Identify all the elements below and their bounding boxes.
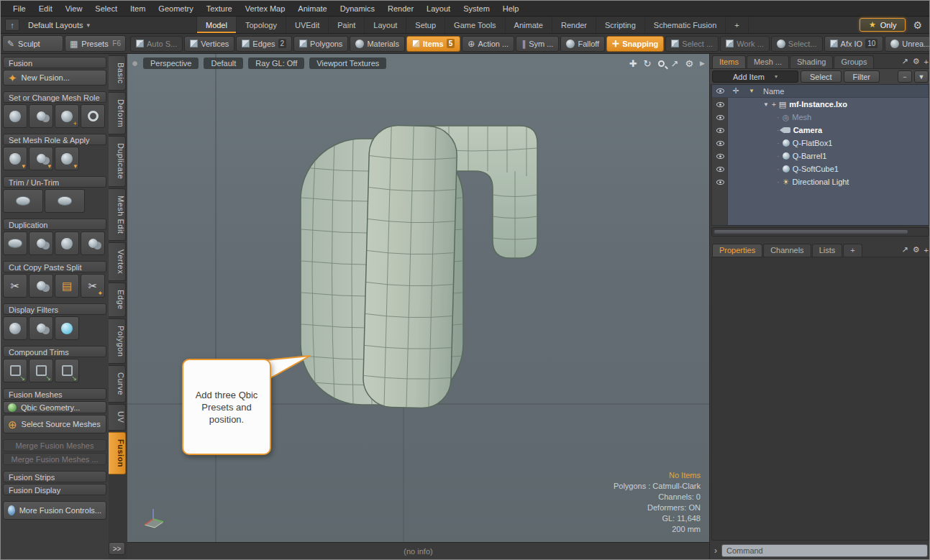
merge-fusion-meshes-button[interactable]: Merge Fusion Meshes	[3, 439, 106, 451]
tab-work-plane[interactable]: Work ...	[720, 36, 770, 52]
add-item-dropdown[interactable]: Add Item ▾	[712, 70, 798, 83]
filter-button[interactable]: Filter	[844, 70, 880, 83]
trim-button[interactable]	[3, 189, 43, 213]
tab-vertices[interactable]: Vertices	[184, 36, 234, 52]
tab-scripting[interactable]: Scripting	[596, 17, 644, 33]
table-row-camera[interactable]: · Camera	[712, 124, 929, 137]
compound-b-button[interactable]: ↘	[29, 359, 53, 382]
tab-falloff[interactable]: Falloff	[560, 36, 605, 52]
only-button[interactable]: ★ Only	[860, 18, 906, 32]
tab-lists[interactable]: Lists	[812, 244, 843, 257]
table-row-scene[interactable]: ▼ + ▤ mf-Instance.lxo	[712, 98, 929, 111]
compound-c-button[interactable]: ↘	[55, 359, 79, 382]
table-row-qflatbox[interactable]: · Q-FlatBox1	[712, 137, 929, 150]
menu-item[interactable]: Item	[124, 2, 152, 15]
cut-button[interactable]: ✂	[3, 274, 27, 298]
tab-duplicate[interactable]: Duplicate	[109, 136, 126, 186]
layout-switcher[interactable]: Default Layouts ▾	[21, 17, 97, 33]
duplicate-c-button[interactable]	[55, 231, 79, 255]
tab-groups[interactable]: Groups	[834, 55, 874, 68]
layout-switcher-icon[interactable]: ↑	[5, 19, 19, 31]
untrim-button[interactable]	[45, 189, 85, 213]
viewport-menu-icon[interactable]: ▶	[700, 60, 705, 67]
tab-polygons[interactable]: Polygons	[293, 36, 348, 52]
fusion-strips-header[interactable]: Fusion Strips	[3, 471, 106, 482]
pop-out-icon[interactable]: ↗	[901, 57, 908, 66]
filter-sources-button[interactable]	[29, 316, 53, 340]
panel-expand-button[interactable]: >>	[109, 542, 125, 555]
tab-items[interactable]: Items	[712, 55, 746, 68]
viewport-textures-toggle[interactable]: Viewport Textures	[309, 58, 386, 69]
tab-add[interactable]: +	[843, 244, 862, 257]
visibility-toggle[interactable]	[712, 162, 728, 175]
paste-button[interactable]: ▤	[55, 274, 79, 298]
more-fusion-controls-button[interactable]: More Fusion Controls...	[3, 501, 106, 520]
menu-help[interactable]: Help	[496, 2, 526, 15]
tab-mesh-ops[interactable]: Mesh ...	[747, 55, 789, 68]
menu-render[interactable]: Render	[381, 2, 420, 15]
menu-file[interactable]: File	[6, 2, 32, 15]
visibility-toggle[interactable]	[712, 150, 728, 162]
tab-game-tools[interactable]: Game Tools	[445, 17, 505, 33]
filter-funnel-icon[interactable]: ▼	[914, 70, 929, 83]
tab-edges[interactable]: Edges 2	[236, 36, 292, 52]
visibility-toggle[interactable]	[712, 175, 728, 188]
tab-model[interactable]: Model	[196, 17, 236, 33]
tab-vertex[interactable]: Vertex	[109, 242, 126, 281]
tab-action-center[interactable]: ⊕ Action ...	[462, 36, 514, 52]
tab-basic[interactable]: Basic	[109, 55, 126, 91]
tab-edge[interactable]: Edge	[109, 283, 126, 317]
role-trim-button[interactable]	[29, 104, 53, 128]
tab-select-sets[interactable]: Select...	[771, 36, 823, 52]
copy-button[interactable]	[29, 274, 53, 298]
menu-system[interactable]: System	[457, 2, 496, 15]
panel-gear-icon[interactable]: ⚙	[913, 57, 920, 66]
tab-materials[interactable]: Materials	[350, 36, 405, 52]
duplication-header[interactable]: Duplication	[3, 219, 106, 230]
tab-topology[interactable]: Topology	[236, 17, 286, 33]
command-input[interactable]	[721, 544, 928, 557]
tab-paint[interactable]: Paint	[328, 17, 364, 33]
tab-items[interactable]: Items 5	[406, 36, 460, 52]
fusion-section-header[interactable]: Fusion	[3, 57, 106, 68]
role-primary-button[interactable]	[3, 104, 27, 128]
tab-select-through[interactable]: Select ...	[665, 36, 719, 52]
visibility-toggle[interactable]	[712, 124, 728, 137]
trim-header[interactable]: Trim / Un-Trim	[3, 176, 106, 188]
duplicate-a-button[interactable]	[3, 231, 27, 255]
render-column-header[interactable]: ▼	[744, 85, 760, 97]
menu-vertex-map[interactable]: Vertex Map	[239, 2, 292, 15]
presets-button[interactable]: ▦ Presets F6	[65, 35, 126, 52]
set-role-header[interactable]: Set or Change Mesh Role	[3, 91, 106, 103]
tab-curve[interactable]: Curve	[109, 365, 126, 403]
filter-output-button[interactable]	[55, 316, 79, 340]
tab-snapping[interactable]: ✛ Snapping	[606, 36, 664, 52]
table-row-directional-light[interactable]: · ☀ Directional Light	[712, 175, 929, 188]
apply-subtract-button[interactable]: ▾	[55, 147, 79, 170]
duplicate-b-button[interactable]	[29, 231, 53, 255]
select-source-meshes-button[interactable]: ⊕ Select Source Meshes	[3, 415, 106, 433]
role-add-button[interactable]: +	[55, 104, 79, 128]
menu-select[interactable]: Select	[88, 2, 124, 15]
panel-gear-icon[interactable]: ⚙	[913, 245, 920, 254]
compound-trims-header[interactable]: Compound Trims	[3, 346, 106, 357]
zoom-icon[interactable]	[658, 60, 665, 67]
fusion-meshes-header[interactable]: Fusion Meshes	[3, 388, 106, 400]
menu-layout[interactable]: Layout	[420, 2, 457, 15]
raygl-toggle[interactable]: Ray GL: Off	[248, 58, 304, 69]
tab-afx-io[interactable]: Afx IO 10	[824, 36, 884, 52]
scrollbar-thumb[interactable]	[714, 229, 908, 234]
tab-unreal[interactable]: Unrea...	[885, 36, 929, 52]
shading-preset-button[interactable]: Default	[204, 58, 243, 69]
sculpt-button[interactable]: ✎ Sculpt	[2, 35, 63, 52]
menu-dynamics[interactable]: Dynamics	[334, 2, 381, 15]
select-button[interactable]: Select	[801, 70, 842, 83]
table-row-qbarrel[interactable]: · Q-Barrel1	[712, 150, 929, 162]
visibility-toggle[interactable]	[712, 137, 728, 150]
apply-primary-button[interactable]: ▾	[3, 147, 27, 170]
viewport-gear-icon[interactable]: ⚙	[685, 58, 693, 69]
tab-animate[interactable]: Animate	[505, 17, 552, 33]
tab-add-layout[interactable]: +	[725, 17, 748, 33]
tab-setup[interactable]: Setup	[406, 17, 445, 33]
menu-geometry[interactable]: Geometry	[152, 2, 199, 15]
